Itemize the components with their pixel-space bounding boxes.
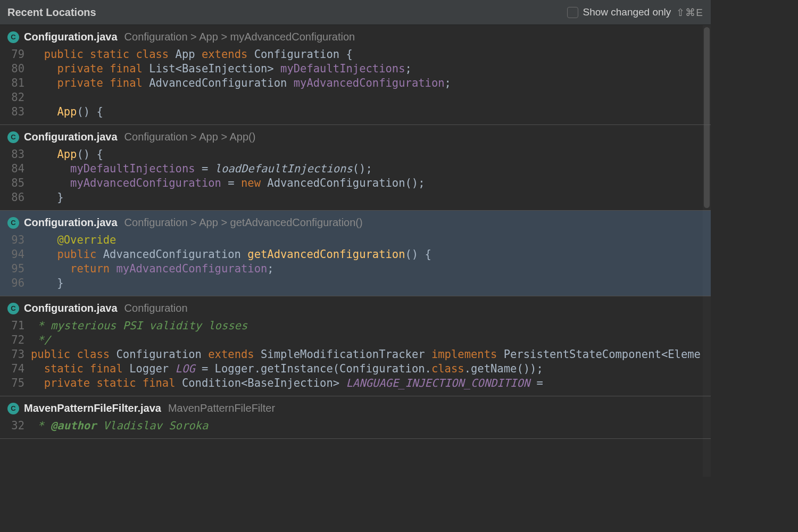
line-number: 82 (0, 90, 31, 105)
code-text: return myAdvancedConfiguration; (31, 262, 274, 276)
line-number: 96 (0, 276, 31, 290)
entry-header[interactable]: CConfiguration.javaConfiguration > App >… (0, 211, 711, 232)
line-number: 83 (0, 147, 31, 162)
code-snippet: 79 public static class App extends Confi… (0, 46, 711, 124)
line-number: 32 (0, 419, 31, 433)
code-line[interactable]: 86 } (0, 190, 711, 205)
code-line[interactable]: 85 myAdvancedConfiguration = new Advance… (0, 176, 711, 190)
location-entry[interactable]: CMavenPatternFileFilter.javaMavenPattern… (0, 396, 711, 439)
class-icon: C (7, 31, 19, 43)
code-text: public AdvancedConfiguration getAdvanced… (31, 247, 431, 262)
line-number: 95 (0, 262, 31, 276)
line-number: 93 (0, 233, 31, 247)
entry-header[interactable]: CConfiguration.javaConfiguration (0, 296, 711, 318)
line-number: 81 (0, 76, 31, 90)
line-number: 83 (0, 105, 31, 119)
show-changed-only-checkbox[interactable] (567, 7, 578, 18)
class-icon: C (7, 131, 19, 143)
show-changed-only-label[interactable]: Show changed only (583, 6, 671, 18)
breadcrumb: Configuration > App > myAdvancedConfigur… (124, 31, 355, 43)
scrollbar-thumb[interactable] (704, 27, 710, 208)
code-line[interactable]: 96 } (0, 276, 711, 290)
line-number: 72 (0, 333, 31, 347)
breadcrumb: MavenPatternFileFilter (168, 402, 275, 414)
breadcrumb: Configuration > App > getAdvancedConfigu… (124, 217, 363, 229)
code-text: private static final Condition<BaseInjec… (31, 376, 543, 390)
breadcrumb: Configuration > App > App() (124, 131, 256, 143)
entry-header[interactable]: CConfiguration.javaConfiguration > App >… (0, 125, 711, 146)
file-name: Configuration.java (24, 31, 118, 43)
breadcrumb: Configuration (124, 302, 188, 314)
code-text: private final List<BaseInjection> myDefa… (31, 62, 412, 76)
class-icon: C (7, 217, 19, 229)
file-name: MavenPatternFileFilter.java (24, 402, 161, 414)
line-number: 71 (0, 319, 31, 333)
code-line[interactable]: 72 */ (0, 333, 711, 347)
code-line[interactable]: 95 return myAdvancedConfiguration; (0, 262, 711, 276)
code-line[interactable]: 80 private final List<BaseInjection> myD… (0, 62, 711, 76)
location-entry[interactable]: CConfiguration.javaConfiguration > App >… (0, 125, 711, 211)
line-number: 80 (0, 62, 31, 76)
line-number: 85 (0, 176, 31, 190)
code-line[interactable]: 84 myDefaultInjections = loadDefaultInje… (0, 162, 711, 176)
code-text: App() { (31, 147, 103, 162)
code-text: @Override (31, 233, 116, 247)
popup-header: Recent Locations Show changed only ⇧⌘E (0, 0, 711, 25)
code-line[interactable]: 73public class Configuration extends Sim… (0, 347, 711, 362)
code-line[interactable]: 81 private final AdvancedConfiguration m… (0, 76, 711, 90)
location-entry[interactable]: CConfiguration.javaConfiguration71 * mys… (0, 296, 711, 396)
code-text: public class Configuration extends Simpl… (31, 347, 701, 362)
code-line[interactable]: 74 static final Logger LOG = Logger.getI… (0, 362, 711, 376)
code-text: static final Logger LOG = Logger.getInst… (31, 362, 543, 376)
entry-header[interactable]: CConfiguration.javaConfiguration > App >… (0, 25, 711, 46)
code-text: private final AdvancedConfiguration myAd… (31, 76, 451, 90)
line-number: 79 (0, 47, 31, 62)
code-snippet: 32 * @author Vladislav Soroka (0, 418, 711, 438)
popup-title: Recent Locations (7, 6, 96, 19)
code-line[interactable]: 82 (0, 90, 711, 105)
file-name: Configuration.java (24, 131, 118, 143)
entries-list: CConfiguration.javaConfiguration > App >… (0, 25, 711, 477)
line-number: 73 (0, 347, 31, 362)
code-text: App() { (31, 105, 103, 119)
code-text: */ (31, 333, 51, 347)
code-snippet: 71 * mysterious PSI validity losses72 */… (0, 318, 711, 396)
code-snippet: 83 App() {84 myDefaultInjections = loadD… (0, 146, 711, 210)
line-number: 74 (0, 362, 31, 376)
code-text: public static class App extends Configur… (31, 47, 353, 62)
code-snippet: 93 @Override94 public AdvancedConfigurat… (0, 232, 711, 296)
location-entry[interactable]: CConfiguration.javaConfiguration > App >… (0, 211, 711, 296)
file-name: Configuration.java (24, 217, 118, 229)
entry-header[interactable]: CMavenPatternFileFilter.javaMavenPattern… (0, 396, 711, 418)
code-text: * @author Vladislav Soroka (31, 419, 208, 433)
location-entry[interactable]: CConfiguration.javaConfiguration > App >… (0, 25, 711, 125)
line-number: 75 (0, 376, 31, 390)
code-text: } (31, 276, 64, 290)
code-line[interactable]: 71 * mysterious PSI validity losses (0, 319, 711, 333)
code-line[interactable]: 94 public AdvancedConfiguration getAdvan… (0, 247, 711, 262)
class-icon: C (7, 303, 19, 314)
code-line[interactable]: 75 private static final Condition<BaseIn… (0, 376, 711, 390)
code-line[interactable]: 79 public static class App extends Confi… (0, 47, 711, 62)
code-line[interactable]: 83 App() { (0, 147, 711, 162)
code-line[interactable]: 83 App() { (0, 105, 711, 119)
code-line[interactable]: 32 * @author Vladislav Soroka (0, 419, 711, 433)
code-line[interactable]: 93 @Override (0, 233, 711, 247)
line-number: 86 (0, 190, 31, 205)
code-text: * mysterious PSI validity losses (31, 319, 247, 333)
line-number: 84 (0, 162, 31, 176)
code-text: } (31, 190, 64, 205)
class-icon: C (7, 403, 19, 414)
file-name: Configuration.java (24, 302, 118, 314)
shortcut-hint: ⇧⌘E (676, 6, 703, 19)
code-text: myDefaultInjections = loadDefaultInjecti… (31, 162, 372, 176)
code-text: myAdvancedConfiguration = new AdvancedCo… (31, 176, 425, 190)
line-number: 94 (0, 247, 31, 262)
header-controls: Show changed only ⇧⌘E (567, 6, 703, 19)
scrollbar[interactable] (703, 25, 711, 477)
